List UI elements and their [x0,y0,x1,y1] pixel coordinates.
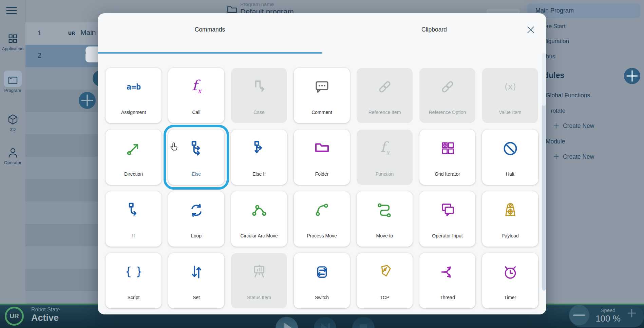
elseif-branch-icon [250,139,268,158]
command-tile-comment[interactable]: Comment [294,68,350,123]
person-icon [7,147,19,159]
payload-icon [501,201,519,219]
row-number: 1 [38,29,41,37]
thread-icon [438,263,457,281]
command-tile-folder[interactable]: Folder [294,130,350,185]
skip-next-button[interactable] [314,317,336,328]
hamburger-menu-icon[interactable] [5,4,18,16]
case-icon [250,78,268,96]
tab-commands[interactable]: Commands [98,26,322,33]
arc-move-icon [250,201,268,219]
command-tile-set[interactable]: Set [168,253,224,308]
svg-text:x: x [386,149,391,157]
stop-button[interactable] [352,317,375,328]
robot-state-value[interactable]: Active [31,313,59,323]
command-tile-script[interactable]: { }Script [106,253,162,308]
command-tile-timer[interactable]: Timer [482,253,538,308]
command-tile-process-move[interactable]: Process Move [294,191,350,247]
command-tile-else-if[interactable]: Else If [231,130,287,185]
hand-cursor-icon [169,142,179,153]
command-tile-tcp[interactable]: TCP [357,253,413,308]
link-icon [376,78,394,96]
command-tile-grid-iterator[interactable]: Grid Iterator [419,130,475,185]
command-tile-reference-option: Reference Option [419,68,475,123]
halt-icon [501,139,519,158]
speed-increase-button[interactable] [626,307,638,319]
else-branch-icon [187,139,206,158]
ur-logo: UR [5,307,24,326]
cube-icon [7,113,19,126]
plus-icon [552,153,560,160]
command-tile-value-item: (x)Value Item [482,68,538,123]
svg-text:a=b: a=b [126,82,141,92]
outline-item-global-functions[interactable]: Global Functions [546,92,590,99]
direction-arrow-icon [125,139,143,158]
link-icon [438,78,457,96]
folder-icon [313,139,331,158]
add-node-button[interactable] [79,92,96,109]
command-tiles-grid: a=bAssignmentfxCallCaseCommentReference … [106,68,540,308]
create-new-function-button[interactable]: Create New [552,122,594,130]
command-tile-payload[interactable]: Payload [482,191,538,247]
assignment-icon: a=b [125,78,143,96]
comment-icon [313,78,331,96]
move-to-icon [376,201,394,219]
modal-scrollbar[interactable] [542,53,546,291]
command-tile-direction[interactable]: Direction [106,130,162,185]
function-fx-icon: fx [376,139,394,158]
outline-item-module[interactable]: Module [546,138,565,145]
command-tile-circular-arc-move[interactable]: Circular Arc Move [231,191,287,247]
program-name-label: Program name [240,1,274,7]
command-tile-function: fxFunction [357,130,413,185]
speed-decrease-button[interactable] [569,305,589,325]
switch-icon [313,263,331,281]
command-tile-else[interactable]: Else [168,130,224,185]
command-tile-halt[interactable]: Halt [482,130,538,185]
tab-clipboard[interactable]: Clipboard [322,26,546,33]
process-move-icon [313,201,331,219]
sidebar-item-3d[interactable]: 3D [0,113,25,132]
command-tile-reference-item: Reference Item [357,68,413,123]
command-tile-if[interactable]: If [106,191,162,247]
play-button[interactable] [276,317,298,328]
command-tile-operator-input[interactable]: Operator Input [419,191,475,247]
operator-input-icon [438,201,457,219]
command-tile-status-item: Status Item [231,253,287,308]
sidebar-item-program[interactable]: Program [0,74,25,93]
left-sidebar: ApplicationProgram3DOperator [0,0,26,304]
sidebar-item-operator[interactable]: Operator [0,147,25,165]
grid-icon [7,33,19,45]
create-new-module-button[interactable]: Create New [552,153,594,160]
command-tile-case: Case [231,68,287,123]
plus-icon [552,122,560,130]
command-tile-switch[interactable]: Switch [294,253,350,308]
set-arrows-icon [187,263,206,281]
ur-glyph-icon: UR [67,28,76,38]
command-tile-thread[interactable]: Thread [419,253,475,308]
outline-item-rotate[interactable]: rotate [551,108,565,114]
grid-iterator-icon [438,139,457,158]
command-tile-assignment[interactable]: a=bAssignment [106,68,162,123]
row-number: 2 [38,52,41,59]
modal-scrollbar-thumb[interactable] [542,53,546,106]
command-tile-call[interactable]: fxCall [168,68,224,123]
svg-text:UR: UR [68,31,75,36]
if-branch-icon [125,201,143,219]
active-tab-underline [98,52,322,54]
window-icon [7,74,19,86]
add-module-button[interactable] [624,68,640,84]
command-tile-loop[interactable]: Loop [168,191,224,247]
speed-label: Speed [594,307,622,313]
robot-state-label: Robot State [31,307,60,313]
call-fx-icon: fx [187,78,206,96]
sidebar-item-application[interactable]: Application [0,33,25,51]
script-braces-icon: { } [125,263,143,281]
row-label: Main [80,28,96,37]
add-command-dialog: Commands Clipboard a=bAssignmentfxCallCa… [98,13,546,314]
svg-text:{ }: { } [125,265,143,278]
svg-text:(x): (x) [505,82,516,92]
tcp-pen-icon [376,263,394,281]
loop-icon [187,201,206,219]
command-tile-move-to[interactable]: Move to [357,191,413,247]
timer-icon [501,263,519,281]
